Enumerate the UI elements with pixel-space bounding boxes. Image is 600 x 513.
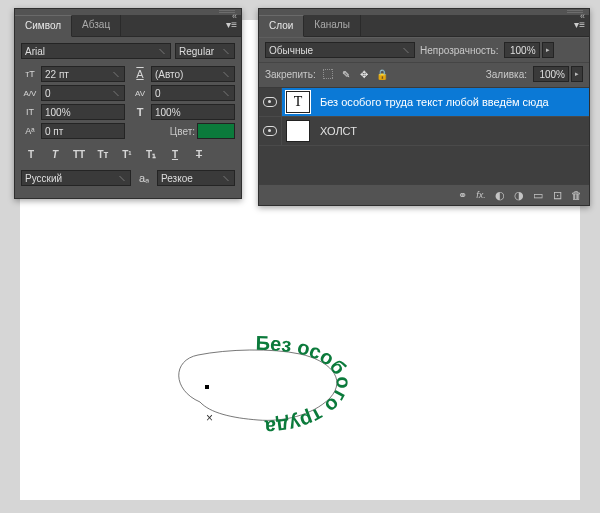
subscript-button[interactable]: T₁ bbox=[141, 145, 161, 163]
layer-thumbnail-pixel[interactable] bbox=[286, 120, 310, 142]
svg-text:Без особого труда: Без особого труда bbox=[255, 332, 355, 439]
kerning-select[interactable]: 0 bbox=[41, 85, 125, 101]
tab-channels[interactable]: Каналы bbox=[304, 15, 361, 36]
color-swatch[interactable] bbox=[197, 123, 235, 139]
panel-menu-icon[interactable]: ▾≡ bbox=[574, 19, 585, 30]
layer-row[interactable]: ХОЛСТ bbox=[259, 117, 589, 146]
adjustment-icon[interactable]: ◑ bbox=[512, 188, 526, 202]
font-style-select[interactable]: Regular bbox=[175, 43, 235, 59]
faux-bold-button[interactable]: T bbox=[21, 145, 41, 163]
link-layers-icon[interactable]: ⚭ bbox=[455, 188, 469, 202]
fill-input[interactable] bbox=[533, 66, 569, 82]
blend-mode-select[interactable]: Обычные bbox=[265, 42, 415, 58]
faux-italic-button[interactable]: T bbox=[45, 145, 65, 163]
font-family-select[interactable]: Arial bbox=[21, 43, 171, 59]
small-caps-button[interactable]: Tт bbox=[93, 145, 113, 163]
opacity-label: Непрозрачность: bbox=[420, 45, 499, 56]
svg-rect-0 bbox=[205, 385, 209, 389]
baseline-input[interactable] bbox=[41, 123, 125, 139]
panel-tabs: Слои Каналы bbox=[259, 15, 589, 37]
eye-icon bbox=[263, 126, 277, 136]
new-layer-icon[interactable]: ⊡ bbox=[550, 188, 564, 202]
group-icon[interactable]: ▭ bbox=[531, 188, 545, 202]
layer-row[interactable]: T Без особого труда текст любой введём с… bbox=[259, 88, 589, 117]
visibility-toggle[interactable] bbox=[259, 117, 282, 145]
fill-dropdown-icon[interactable]: ▸ bbox=[571, 66, 583, 82]
eye-icon bbox=[263, 97, 277, 107]
leading-select[interactable]: (Авто) bbox=[151, 66, 235, 82]
antialias-select[interactable]: Резкое bbox=[157, 170, 235, 186]
tab-symbol[interactable]: Символ bbox=[15, 15, 72, 37]
fill-label: Заливка: bbox=[486, 69, 527, 80]
antialias-icon: aₐ bbox=[135, 171, 153, 185]
color-label: Цвет: bbox=[170, 126, 195, 137]
lock-position-icon[interactable]: ✥ bbox=[358, 68, 370, 80]
opacity-dropdown-icon[interactable]: ▸ bbox=[542, 42, 554, 58]
layer-thumbnail-text[interactable]: T bbox=[286, 91, 310, 113]
panel-drag-bar[interactable]: « bbox=[259, 9, 589, 15]
fx-icon[interactable]: fx. bbox=[474, 188, 488, 202]
layer-list: T Без особого труда текст любой введём с… bbox=[259, 88, 589, 184]
layer-name[interactable]: ХОЛСТ bbox=[314, 125, 589, 137]
tab-layers[interactable]: Слои bbox=[259, 15, 304, 37]
mask-icon[interactable]: ◐ bbox=[493, 188, 507, 202]
lock-all-icon[interactable]: 🔒 bbox=[376, 68, 388, 80]
svg-rect-3 bbox=[323, 69, 333, 79]
kerning-icon: A/V bbox=[21, 86, 39, 100]
visibility-toggle[interactable] bbox=[259, 88, 282, 116]
character-panel: « Символ Абзац ▾≡ Arial Regular тТ 22 пт… bbox=[14, 8, 242, 199]
style-options-row: T T TT Tт T¹ T₁ T T bbox=[21, 145, 235, 163]
font-size-icon: тТ bbox=[21, 67, 39, 81]
panel-tabs: Символ Абзац bbox=[15, 15, 241, 37]
vscale-input[interactable] bbox=[41, 104, 125, 120]
hscale-input[interactable] bbox=[151, 104, 235, 120]
leading-icon: A bbox=[131, 67, 149, 81]
text-on-path-object[interactable]: Без особого труда × bbox=[160, 320, 380, 460]
vscale-icon: IT bbox=[21, 105, 39, 119]
panel-menu-icon[interactable]: ▾≡ bbox=[226, 19, 237, 30]
all-caps-button[interactable]: TT bbox=[69, 145, 89, 163]
tab-paragraph[interactable]: Абзац bbox=[72, 15, 121, 36]
strikethrough-button[interactable]: T bbox=[189, 145, 209, 163]
trash-icon[interactable]: 🗑 bbox=[569, 188, 583, 202]
superscript-button[interactable]: T¹ bbox=[117, 145, 137, 163]
layers-footer: ⚭ fx. ◐ ◑ ▭ ⊡ 🗑 bbox=[259, 184, 589, 205]
underline-button[interactable]: T bbox=[165, 145, 185, 163]
tracking-icon: AV bbox=[131, 86, 149, 100]
layers-panel: « Слои Каналы ▾≡ Обычные Непрозрачность:… bbox=[258, 8, 590, 206]
lock-label: Закрепить: bbox=[265, 69, 316, 80]
opacity-input[interactable] bbox=[504, 42, 540, 58]
baseline-icon: Aª bbox=[21, 124, 39, 138]
hscale-icon: T bbox=[131, 105, 149, 119]
svg-text:×: × bbox=[206, 411, 213, 425]
lock-transparency-icon[interactable] bbox=[322, 68, 334, 80]
font-size-select[interactable]: 22 пт bbox=[41, 66, 125, 82]
language-select[interactable]: Русский bbox=[21, 170, 131, 186]
layer-name[interactable]: Без особого труда текст любой введём сюд… bbox=[314, 96, 589, 108]
tracking-select[interactable]: 0 bbox=[151, 85, 235, 101]
lock-pixels-icon[interactable]: ✎ bbox=[340, 68, 352, 80]
